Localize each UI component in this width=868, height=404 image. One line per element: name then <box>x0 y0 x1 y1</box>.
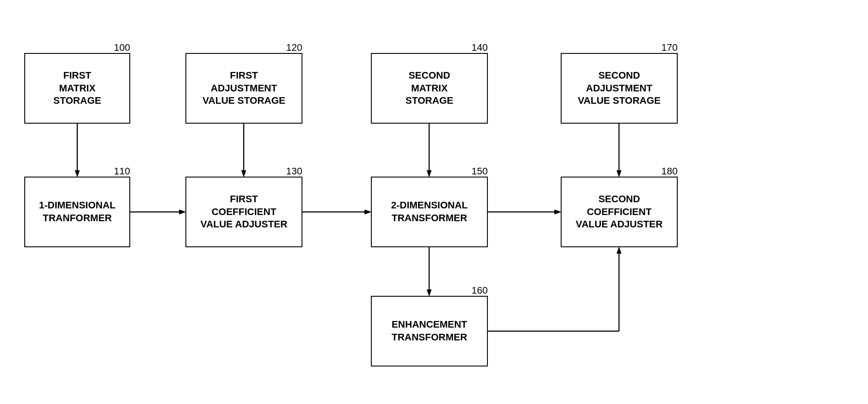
block-140-label: SECOND MATRIX STORAGE <box>405 69 453 107</box>
block-110: 1-DIMENSIONAL TRANFORMER <box>24 177 130 247</box>
block-170: SECOND ADJUSTMENT VALUE STORAGE <box>561 53 678 124</box>
block-160: ENHANCEMENT TRANSFORMER <box>371 296 488 366</box>
block-100-label: FIRST MATRIX STORAGE <box>53 69 101 107</box>
block-140: SECOND MATRIX STORAGE <box>371 53 488 124</box>
label-140: 140 <box>472 42 488 53</box>
block-120-label: FIRST ADJUSTMENT VALUE STORAGE <box>203 69 285 107</box>
label-180: 180 <box>661 166 678 177</box>
svg-marker-16 <box>617 247 621 253</box>
block-160-label: ENHANCEMENT TRANSFORMER <box>392 318 467 344</box>
block-100: FIRST MATRIX STORAGE <box>24 53 130 124</box>
label-150: 150 <box>472 166 488 177</box>
svg-marker-5 <box>242 170 246 177</box>
label-160: 160 <box>472 285 488 296</box>
block-180: SECOND COEFFICIENT VALUE ADJUSTER <box>561 177 678 247</box>
svg-marker-7 <box>365 210 371 214</box>
label-100: 100 <box>114 42 130 53</box>
label-110: 110 <box>114 166 130 177</box>
block-130: FIRST COEFFICIENT VALUE ADJUSTER <box>185 177 302 247</box>
label-120: 120 <box>286 42 302 53</box>
diagram: FIRST MATRIX STORAGE 100 1-DIMENSIONAL T… <box>0 0 868 404</box>
svg-marker-1 <box>75 170 79 177</box>
label-130: 130 <box>286 166 302 177</box>
block-170-label: SECOND ADJUSTMENT VALUE STORAGE <box>578 69 660 107</box>
block-110-label: 1-DIMENSIONAL TRANFORMER <box>39 199 116 224</box>
svg-marker-11 <box>555 210 561 214</box>
block-150-label: 2-DIMENSIONAL TRANSFORMER <box>391 199 468 224</box>
svg-marker-18 <box>617 170 621 177</box>
block-120: FIRST ADJUSTMENT VALUE STORAGE <box>185 53 302 124</box>
svg-marker-9 <box>427 170 431 177</box>
svg-marker-13 <box>427 290 431 296</box>
block-150: 2-DIMENSIONAL TRANSFORMER <box>371 177 488 247</box>
block-180-label: SECOND COEFFICIENT VALUE ADJUSTER <box>576 193 663 231</box>
svg-marker-3 <box>179 210 185 214</box>
block-130-label: FIRST COEFFICIENT VALUE ADJUSTER <box>200 193 287 231</box>
label-170: 170 <box>661 42 678 53</box>
